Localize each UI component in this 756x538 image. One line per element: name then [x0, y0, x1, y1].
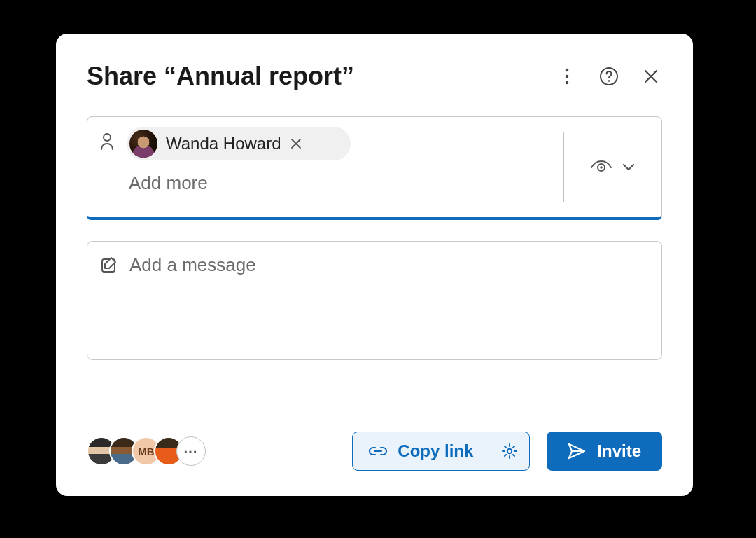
message-input[interactable]	[130, 254, 649, 347]
copy-link-group: Copy link	[352, 432, 530, 471]
close-icon	[643, 69, 659, 84]
invite-button[interactable]: Invite	[547, 432, 662, 471]
close-button[interactable]	[640, 65, 662, 88]
link-icon	[368, 446, 388, 457]
svg-point-2	[566, 81, 569, 85]
person-icon	[97, 132, 117, 151]
dialog-header: Share “Annual report”	[87, 62, 662, 91]
invite-label: Invite	[597, 441, 641, 461]
people-picker-field[interactable]: Wanda Howard	[87, 116, 662, 220]
dialog-title: Share “Annual report”	[87, 62, 354, 91]
dialog-footer: MB ⋯ Copy link Invite	[87, 432, 662, 471]
share-dialog: Share “Annual report” Wanda Howard	[56, 34, 693, 496]
add-people-input[interactable]	[127, 173, 351, 193]
shared-with-avatars[interactable]: MB ⋯	[87, 436, 206, 466]
message-field[interactable]	[87, 241, 662, 360]
ellipsis-vertical-icon	[564, 67, 570, 85]
help-icon	[599, 67, 619, 86]
header-actions	[556, 65, 662, 88]
permission-selector[interactable]	[564, 117, 662, 217]
svg-point-7	[600, 166, 603, 169]
more-options-button[interactable]	[556, 65, 578, 88]
people-stack: Wanda Howard	[127, 127, 351, 193]
person-chip-name: Wanda Howard	[166, 134, 281, 153]
footer-actions: Copy link Invite	[352, 432, 662, 471]
link-settings-button[interactable]	[489, 432, 529, 470]
send-icon	[568, 443, 586, 460]
copy-link-button[interactable]: Copy link	[353, 432, 489, 470]
chevron-down-icon	[622, 163, 635, 172]
close-icon	[290, 137, 302, 150]
svg-point-0	[566, 69, 569, 72]
svg-point-5	[104, 134, 111, 141]
compose-icon	[100, 256, 118, 274]
help-button[interactable]	[598, 65, 620, 88]
avatar	[130, 130, 158, 158]
copy-link-label: Copy link	[398, 441, 473, 461]
person-chip[interactable]: Wanda Howard	[127, 127, 351, 160]
remove-person-button[interactable]	[290, 137, 302, 150]
view-icon	[590, 160, 612, 175]
svg-point-9	[507, 449, 512, 453]
more-avatars-button[interactable]: ⋯	[176, 436, 206, 466]
svg-point-1	[566, 75, 569, 78]
gear-icon	[501, 443, 518, 460]
svg-point-4	[608, 80, 610, 82]
people-picker-left: Wanda Howard	[88, 117, 564, 217]
